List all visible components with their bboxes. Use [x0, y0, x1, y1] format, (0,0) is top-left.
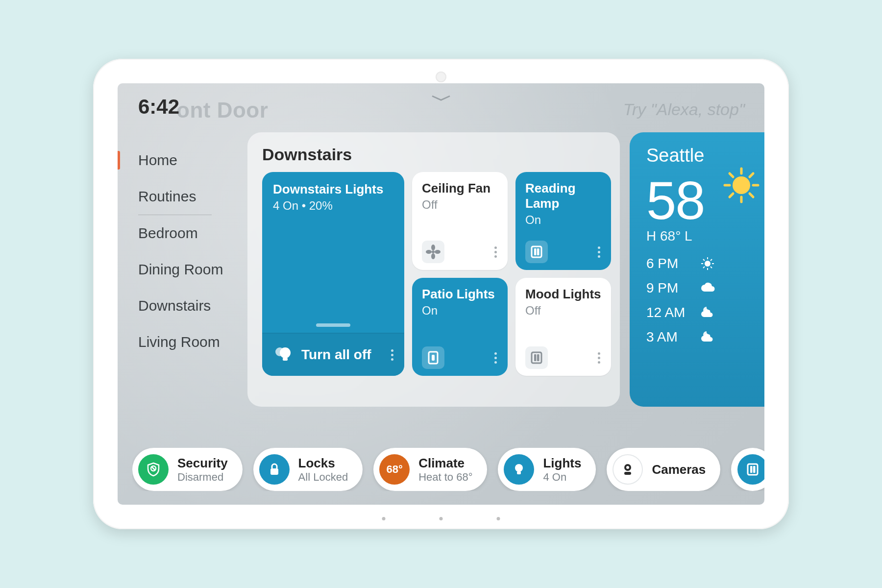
- chip-title: Cameras: [652, 462, 706, 477]
- sidebar-item-label: Bedroom: [138, 225, 198, 241]
- svg-rect-38: [517, 471, 521, 474]
- clock: 6:42: [138, 95, 179, 119]
- tile-patio-lights[interactable]: Patio Lights On: [412, 278, 508, 376]
- svg-rect-43: [750, 466, 753, 473]
- weather-hilo: H 68° L: [646, 228, 755, 244]
- sidebar-item-living-room[interactable]: Living Room: [118, 324, 240, 360]
- sidebar-item-bedroom[interactable]: Bedroom: [118, 215, 240, 251]
- chip-lights[interactable]: Lights4 On: [498, 448, 596, 491]
- sidebar-item-home[interactable]: Home: [118, 142, 240, 178]
- svg-point-37: [515, 464, 523, 472]
- tile-title: Reading Lamp: [525, 181, 603, 211]
- tile-title: Downstairs Lights: [273, 182, 393, 197]
- svg-rect-10: [537, 248, 539, 255]
- tile-downstairs-lights[interactable]: Downstairs Lights 4 On • 20% Turn all of…: [262, 172, 404, 376]
- status-chip-row[interactable]: SecurityDisarmed LocksAll Locked 68° Cli…: [132, 448, 764, 491]
- cloud-night-icon: [700, 305, 715, 320]
- sun-icon: [722, 166, 761, 205]
- chip-cameras[interactable]: Cameras: [607, 448, 720, 491]
- chip-locks[interactable]: LocksAll Locked: [253, 448, 363, 491]
- background-title-faded: ont Door: [176, 98, 268, 122]
- svg-line-30: [703, 259, 705, 261]
- sidebar-item-dining-room[interactable]: Dining Room: [118, 251, 240, 288]
- forecast-row: 3 AM: [646, 329, 755, 345]
- svg-rect-15: [537, 354, 539, 361]
- sidebar: Home Routines Bedroom Dining Room Downst…: [118, 142, 240, 360]
- panel-title: Downstairs: [262, 145, 605, 164]
- sun-small-icon: [700, 256, 715, 271]
- sidebar-item-label: Living Room: [138, 334, 220, 350]
- tile-title: Patio Lights: [422, 287, 500, 302]
- chip-switches[interactable]: [731, 448, 764, 491]
- svg-line-23: [750, 173, 753, 177]
- sidebar-item-label: Home: [138, 152, 177, 168]
- svg-rect-13: [532, 352, 541, 363]
- screen: ont Door Try "Alexa, stop" 6:42 Home Rou…: [118, 83, 764, 505]
- turn-all-off-button[interactable]: Turn all off: [262, 333, 404, 376]
- tile-title: Ceiling Fan: [422, 181, 500, 196]
- bulb-group-icon: [273, 344, 293, 366]
- bulb-icon: [504, 454, 534, 485]
- weather-city: Seattle: [646, 145, 755, 166]
- sidebar-item-routines[interactable]: Routines: [118, 178, 240, 215]
- tile-mood-lights[interactable]: Mood Lights Off: [515, 278, 611, 376]
- svg-line-33: [703, 267, 705, 268]
- chip-subtitle: Disarmed: [177, 471, 228, 484]
- tile-title: Mood Lights: [525, 287, 603, 302]
- device-camera: [436, 72, 446, 82]
- svg-rect-44: [753, 466, 756, 473]
- tile-ceiling-fan[interactable]: Ceiling Fan Off: [412, 172, 508, 270]
- switch-icon: [737, 454, 764, 485]
- thermostat-icon: 68°: [379, 454, 410, 485]
- chip-subtitle: 4 On: [543, 471, 581, 484]
- svg-line-24: [730, 194, 733, 197]
- chip-security[interactable]: SecurityDisarmed: [132, 448, 243, 491]
- forecast-row: 9 PM: [646, 280, 755, 296]
- sidebar-item-label: Downstairs: [138, 297, 211, 314]
- svg-point-6: [426, 250, 432, 254]
- switch-icon: [525, 346, 548, 369]
- chip-title: Lights: [543, 456, 581, 471]
- svg-line-35: [152, 467, 155, 470]
- tile-state: Off: [422, 198, 500, 212]
- chip-subtitle: All Locked: [298, 471, 348, 484]
- shield-icon: [138, 454, 169, 485]
- svg-rect-9: [534, 248, 537, 255]
- svg-line-32: [710, 259, 712, 261]
- more-icon[interactable]: [388, 346, 396, 364]
- svg-rect-2: [283, 358, 288, 361]
- tile-reading-lamp[interactable]: Reading Lamp On: [515, 172, 611, 270]
- svg-point-40: [626, 466, 629, 469]
- background-hint-faded: Try "Alexa, stop": [623, 100, 745, 119]
- more-icon[interactable]: [595, 349, 603, 367]
- svg-point-16: [733, 176, 750, 194]
- chip-climate[interactable]: 68° ClimateHeat to 68°: [373, 448, 487, 491]
- more-icon[interactable]: [491, 349, 500, 367]
- sidebar-item-label: Routines: [138, 188, 196, 204]
- svg-rect-36: [270, 468, 278, 475]
- pull-down-handle-icon[interactable]: [430, 93, 452, 105]
- camera-icon: [612, 454, 643, 485]
- more-icon[interactable]: [491, 244, 500, 261]
- sidebar-item-label: Dining Room: [138, 261, 223, 277]
- svg-line-21: [730, 173, 733, 177]
- svg-rect-42: [748, 464, 758, 475]
- svg-point-3: [432, 250, 435, 253]
- fan-icon: [422, 241, 444, 263]
- sidebar-item-downstairs[interactable]: Downstairs: [118, 288, 240, 324]
- lock-icon: [259, 454, 290, 485]
- device-frame: ont Door Try "Alexa, stop" 6:42 Home Rou…: [93, 59, 789, 529]
- weather-card[interactable]: Seattle 58 H 68° L 6 PM 9 PM 12 AM 3 AM: [630, 132, 764, 407]
- chip-title: Locks: [298, 456, 348, 471]
- more-icon[interactable]: [595, 244, 603, 261]
- svg-rect-14: [534, 354, 537, 361]
- forecast-list: 6 PM 9 PM 12 AM 3 AM: [646, 256, 755, 345]
- forecast-row: 6 PM: [646, 256, 755, 271]
- brightness-slider[interactable]: [316, 323, 350, 327]
- svg-rect-12: [432, 355, 435, 361]
- tile-subtitle: 4 On • 20%: [273, 199, 393, 213]
- outlet-icon: [422, 346, 444, 369]
- tile-state: On: [422, 304, 500, 318]
- chip-title: Security: [177, 456, 228, 471]
- svg-point-7: [435, 250, 441, 254]
